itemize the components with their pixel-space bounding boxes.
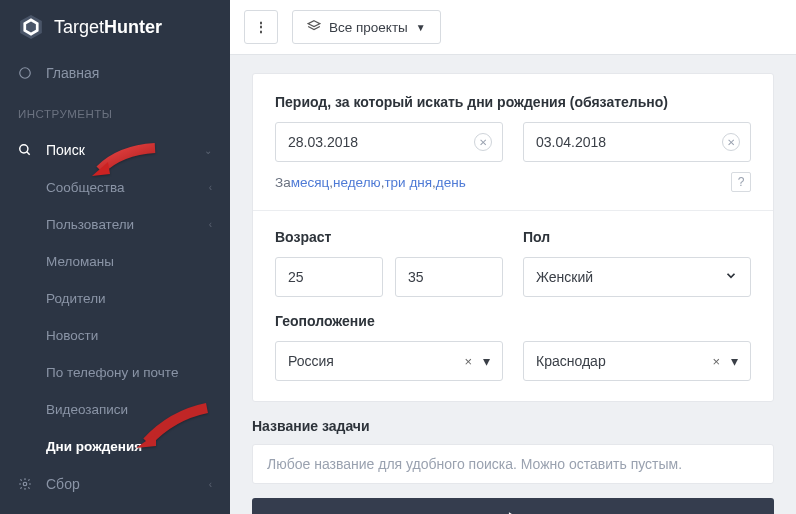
nav-phone-mail[interactable]: По телефону и почте (0, 354, 230, 391)
svg-point-3 (20, 68, 31, 79)
nav-melomans[interactable]: Меломаны (0, 243, 230, 280)
link-week[interactable]: неделю (333, 175, 381, 190)
home-icon (18, 66, 34, 80)
help-button[interactable]: ? (731, 172, 751, 192)
age-label: Возраст (275, 229, 503, 245)
main-area: ⋮ Все проекты ▼ Период, за который искат… (230, 0, 796, 514)
task-name-input[interactable]: Любое название для удобного поиска. Можн… (252, 444, 774, 484)
link-three-days[interactable]: три дня (384, 175, 432, 190)
chevron-left-icon: ‹ (209, 479, 212, 490)
period-from-input[interactable]: 28.03.2018✕ (275, 122, 503, 162)
search-icon (18, 143, 34, 157)
age-from-input[interactable]: 25 (275, 257, 383, 297)
clear-icon[interactable]: × (464, 354, 472, 369)
divider (253, 210, 773, 211)
topbar: ⋮ Все проекты ▼ (230, 0, 796, 55)
geo-country-select[interactable]: Россия×▾ (275, 341, 503, 381)
geo-city-select[interactable]: Краснодар×▾ (523, 341, 751, 381)
layers-icon (307, 19, 321, 36)
nav-label: Главная (46, 65, 99, 81)
run-button[interactable] (252, 498, 774, 514)
link-day[interactable]: день (436, 175, 466, 190)
logo-bar: TargetHunter (0, 0, 230, 54)
content-scroll: Период, за который искать дни рождения (… (230, 55, 796, 514)
nav-label: Сбор (46, 476, 80, 492)
projects-label: Все проекты (329, 20, 408, 35)
geo-label: Геоположение (275, 313, 751, 329)
caret-down-icon: ▼ (416, 22, 426, 33)
chevron-down-icon: ⌄ (204, 145, 212, 156)
projects-dropdown[interactable]: Все проекты ▼ (292, 10, 441, 44)
period-label: Период, за который искать дни рождения (… (275, 94, 751, 110)
clear-icon[interactable]: ✕ (722, 133, 740, 151)
svg-point-4 (20, 145, 28, 153)
caret-down-icon: ▾ (731, 353, 738, 369)
nav-parents[interactable]: Родители (0, 280, 230, 317)
caret-down-icon (724, 269, 738, 286)
sidebar: TargetHunter Главная ИНСТРУМЕНТЫ Поиск ⌄… (0, 0, 230, 514)
clear-icon[interactable]: ✕ (474, 133, 492, 151)
age-to-input[interactable]: 35 (395, 257, 503, 297)
task-label: Название задачи (252, 418, 774, 434)
filters-card: Период, за который искать дни рождения (… (252, 73, 774, 402)
nav-videos[interactable]: Видеозаписи (0, 391, 230, 428)
logo-icon (18, 14, 44, 40)
svg-marker-7 (308, 20, 320, 26)
link-month[interactable]: месяц (291, 175, 330, 190)
svg-line-5 (27, 152, 30, 155)
gender-label: Пол (523, 229, 751, 245)
play-icon (506, 511, 520, 515)
chevron-left-icon: ‹ (209, 182, 212, 193)
gear-icon (18, 477, 34, 491)
nav-label: Поиск (46, 142, 85, 158)
nav-section-tools: ИНСТРУМЕНТЫ (0, 92, 230, 131)
nav-news[interactable]: Новости (0, 317, 230, 354)
caret-down-icon: ▾ (483, 353, 490, 369)
nav-home[interactable]: Главная (0, 54, 230, 92)
nav-collect[interactable]: Сбор ‹ (0, 465, 230, 503)
clear-icon[interactable]: × (712, 354, 720, 369)
brand-text: TargetHunter (54, 17, 162, 38)
svg-point-6 (23, 482, 27, 486)
period-to-input[interactable]: 03.04.2018✕ (523, 122, 751, 162)
nav-users[interactable]: Пользователи‹ (0, 206, 230, 243)
gender-select[interactable]: Женский (523, 257, 751, 297)
period-quick-links: За месяц, неделю, три дня, день ? (275, 172, 751, 192)
nav-search[interactable]: Поиск ⌄ (0, 131, 230, 169)
menu-button[interactable]: ⋮ (244, 10, 278, 44)
nav-birthdays[interactable]: Дни рождения (0, 428, 230, 465)
nav-communities[interactable]: Сообщества‹ (0, 169, 230, 206)
chevron-left-icon: ‹ (209, 219, 212, 230)
